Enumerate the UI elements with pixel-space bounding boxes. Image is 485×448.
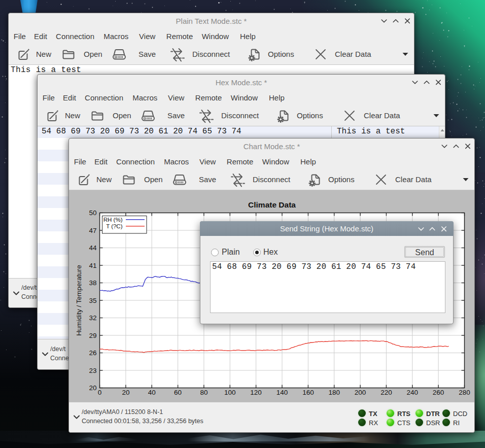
svg-text:T (?C): T (?C): [106, 223, 123, 229]
svg-text:0: 0: [98, 389, 102, 396]
svg-text:220: 220: [380, 389, 392, 396]
svg-text:RH (%): RH (%): [103, 217, 123, 223]
svg-text:180: 180: [328, 389, 340, 396]
svg-text:80: 80: [200, 389, 207, 396]
svg-text:20: 20: [122, 389, 129, 396]
svg-text:38: 38: [89, 279, 96, 287]
svg-text:26: 26: [89, 349, 96, 357]
svg-text:20: 20: [89, 384, 96, 392]
svg-text:60: 60: [174, 389, 182, 396]
svg-text:35: 35: [89, 297, 96, 304]
svg-text:260: 260: [433, 389, 444, 396]
svg-text:29: 29: [89, 332, 96, 339]
svg-text:240: 240: [407, 389, 419, 396]
svg-text:47: 47: [89, 227, 96, 234]
svg-text:41: 41: [89, 262, 96, 269]
svg-text:100: 100: [224, 389, 236, 396]
svg-text:40: 40: [148, 389, 156, 396]
svg-text:280: 280: [459, 389, 470, 396]
svg-text:50: 50: [89, 209, 96, 217]
svg-text:160: 160: [302, 389, 314, 396]
svg-text:Humidity / Temperature: Humidity / Temperature: [75, 265, 83, 335]
svg-text:200: 200: [355, 389, 366, 396]
svg-text:44: 44: [89, 244, 97, 252]
svg-text:32: 32: [89, 314, 96, 322]
svg-text:140: 140: [276, 389, 288, 396]
svg-text:120: 120: [250, 389, 262, 396]
svg-text:23: 23: [89, 367, 96, 374]
svg-text:Climate Data: Climate Data: [248, 200, 296, 209]
